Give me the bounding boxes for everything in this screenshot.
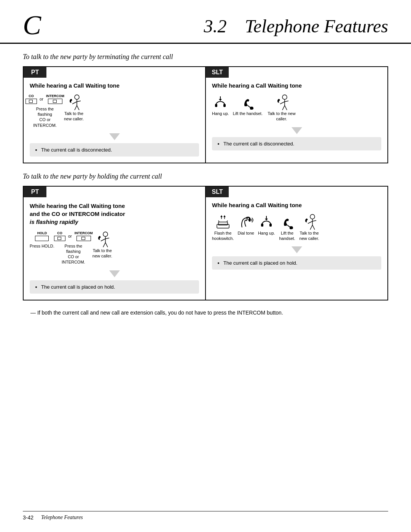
section2-slt-icons: Flash thehookswitch. Dia (212, 214, 381, 241)
section2-slt-heading: While hearing a Call Waiting tone (212, 202, 381, 208)
lift-handset-icon2 (279, 214, 296, 230)
svg-point-11 (282, 95, 287, 99)
section2-pt-co-intercom: CO or INTERCOM (58, 231, 89, 265)
section2-pt-heading: While hearing the Call Waiting tone and … (30, 202, 199, 226)
section1-pt-panel: PT While hearing a Call Waiting tone CO (24, 67, 205, 163)
section1-pt-label: PT (24, 67, 46, 78)
svg-marker-28 (220, 215, 223, 217)
person-handset-icon (66, 94, 81, 111)
svg-line-40 (310, 225, 312, 230)
svg-rect-6 (215, 104, 217, 107)
section1-slt-heading: While hearing a Call Waiting tone (212, 82, 381, 89)
svg-line-19 (101, 239, 105, 241)
section2-co-group: CO (54, 231, 65, 241)
svg-line-3 (77, 101, 81, 102)
section1-title: To talk to the new party by terminating … (23, 53, 388, 61)
intercom-button-group: INTERCOM (46, 94, 64, 104)
section1-pt-step2: Talk to thenew caller. (64, 94, 84, 122)
section1-pt-body: While hearing a Call Waiting tone CO or (24, 78, 205, 163)
dialtone-icon (238, 214, 253, 230)
svg-marker-30 (223, 215, 226, 217)
section1-slt-icons: Hang up. Lift the handset. (212, 94, 381, 122)
svg-line-21 (103, 243, 105, 247)
section1-slt-hangup-desc: Hang up. (212, 111, 229, 116)
section1-pt-arrow (109, 133, 120, 140)
section1-slt-label: SLT (206, 67, 229, 78)
svg-line-2 (72, 102, 77, 104)
section2-pt-body: While hearing the Call Waiting tone and … (24, 197, 205, 300)
svg-line-38 (308, 221, 312, 224)
section1-pt-heading: While hearing a Call Waiting tone (30, 82, 199, 89)
person-handset-icon2 (274, 94, 289, 111)
section1-slt-body: While hearing a Call Waiting tone (206, 78, 387, 157)
svg-line-14 (285, 101, 288, 102)
svg-marker-34 (265, 219, 268, 220)
section2-pt-hold-desc: Press HOLD. (30, 243, 54, 249)
svg-point-17 (103, 232, 108, 236)
svg-rect-7 (223, 104, 226, 107)
section2-slt-hangup-desc: Hang up. (258, 230, 275, 236)
svg-point-36 (310, 214, 315, 219)
section1-diagram: PT While hearing a Call Waiting tone CO (23, 66, 388, 163)
section1-slt-arrow (292, 127, 302, 134)
person-handset-icon4 (302, 214, 317, 230)
section1-slt-panel: SLT While hearing a Call Waiting tone (206, 67, 387, 163)
section2-pt-talk: Talk to thenew caller. (92, 231, 112, 259)
section2-slt-talk: Talk to thenew caller. (299, 214, 319, 241)
header-title: 3.2 Telephone Features (49, 16, 388, 39)
hold-button (35, 236, 49, 241)
co-button-group: CO (25, 94, 37, 104)
section2-pt-arrow (109, 270, 120, 277)
section2-slt-flash: Flash thehookswitch. (212, 214, 234, 241)
hangup-icon2 (258, 214, 275, 230)
section2-slt-dialtone-desc: Dial tone (237, 230, 254, 236)
section1-pt-step1: CO or INTERCOM (30, 94, 60, 128)
svg-line-4 (75, 105, 77, 110)
section1-slt-lift: Lift the handset. (233, 94, 263, 116)
svg-line-41 (312, 225, 315, 230)
section1-slt-lift-desc: Lift the handset. (233, 111, 263, 116)
svg-line-5 (77, 105, 79, 110)
section2-pt-note: The current call is placed on hold. (30, 280, 199, 294)
section2-pt-co-desc: Press the flashingCO or INTERCOM. (58, 243, 89, 265)
hold-button-group: HOLD (35, 231, 49, 241)
svg-line-15 (282, 105, 285, 110)
section2-pt-hold: HOLD Press HOLD. (30, 231, 54, 249)
svg-line-22 (105, 243, 108, 247)
person-handset-icon3 (95, 231, 110, 248)
svg-marker-9 (219, 99, 222, 101)
footer-section-title: Telephone Features (41, 514, 83, 521)
section1-slt-talk-desc: Talk to the new caller. (266, 111, 297, 122)
svg-point-0 (75, 95, 79, 99)
section1-slt-hangup: Hang up. (212, 94, 229, 116)
footer-page-num: 3-42 (23, 514, 33, 521)
page-footer: 3-42 Telephone Features (23, 511, 388, 521)
svg-rect-32 (269, 224, 272, 227)
section1-pt-icons: CO or INTERCOM (30, 94, 199, 128)
section2-slt-arrow (292, 246, 302, 253)
section2-pt-icons: HOLD Press HOLD. CO (30, 231, 199, 265)
section2-title: To talk to the new party by holding the … (23, 173, 388, 181)
svg-line-20 (105, 238, 109, 239)
hookswitch-icon (215, 214, 231, 230)
intercom-button (48, 99, 62, 104)
section2-slt-note: The current call is placed on hold. (212, 256, 381, 270)
footer-note: — If both the current call and new call … (23, 310, 388, 316)
header-letter: C (23, 11, 41, 39)
lift-handset-icon (239, 94, 256, 111)
section2-pt-talk-desc: Talk to thenew caller. (92, 248, 112, 259)
section2-slt-label: SLT (206, 187, 229, 197)
svg-line-13 (280, 102, 285, 104)
hangup-icon (212, 94, 229, 111)
page-header: C 3.2 Telephone Features (0, 0, 411, 44)
section2-intercom-group: INTERCOM (75, 231, 93, 241)
section2-slt-hangup: Hang up. (258, 214, 275, 236)
section1-pt-step2-desc: Talk to thenew caller. (64, 111, 84, 122)
section2-pt-panel: PT While hearing the Call Waiting tone a… (24, 187, 205, 300)
section2-intercom-button (76, 236, 91, 241)
svg-line-16 (285, 105, 287, 110)
section1-slt-talk: Talk to the new caller. (266, 94, 297, 122)
section2-slt-panel: SLT While hearing a Call Waiting tone (206, 187, 387, 300)
section2-slt-dialtone: Dial tone (237, 214, 254, 236)
section2-slt-flash-desc: Flash thehookswitch. (212, 230, 234, 241)
